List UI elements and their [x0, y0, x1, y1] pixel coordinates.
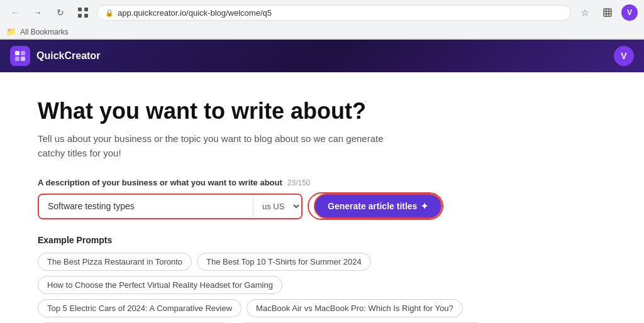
logo-area: QuickCreator: [10, 46, 100, 66]
svg-rect-4: [604, 9, 611, 16]
user-avatar[interactable]: V: [621, 4, 638, 21]
page-title: What you want to write about?: [38, 97, 606, 124]
generate-button[interactable]: Generate article titles ✦: [314, 194, 442, 219]
url-text: app.quickcreator.io/quick-blog/welcome/q…: [118, 8, 563, 18]
prompt-chip[interactable]: How to Choose the Perfect Virtual Realit…: [38, 276, 282, 294]
apps-icon[interactable]: [74, 4, 92, 21]
reload-button[interactable]: ↻: [52, 4, 69, 21]
app-header: QuickCreator V: [0, 40, 644, 72]
svg-rect-3: [84, 14, 88, 18]
input-generate-row: us US Generate article titles ✦: [38, 192, 606, 220]
svg-rect-8: [21, 57, 25, 61]
svg-rect-6: [21, 51, 25, 55]
lock-icon: 🔒: [105, 9, 114, 17]
logo-icon: [10, 46, 30, 66]
address-bar[interactable]: 🔒 app.quickcreator.io/quick-blog/welcome…: [97, 5, 571, 21]
bookmark-star-button[interactable]: ☆: [576, 4, 594, 21]
bookmarks-folder-icon: 📁: [6, 27, 16, 36]
prompt-chip[interactable]: Top 5 Electric Cars of 2024: A Comparati…: [38, 299, 242, 317]
prompts-grid: The Best Pizza Restaurant in TorontoThe …: [38, 253, 491, 323]
generate-button-label: Generate article titles: [328, 201, 417, 211]
svg-rect-7: [15, 57, 19, 61]
topic-input[interactable]: [39, 195, 253, 218]
header-user-avatar[interactable]: V: [614, 46, 634, 66]
svg-rect-1: [84, 8, 88, 11]
forward-button[interactable]: →: [29, 4, 47, 21]
locale-select[interactable]: us US: [253, 195, 301, 218]
extension-button[interactable]: [599, 4, 616, 21]
input-border-wrap: us US: [38, 194, 303, 219]
bookmarks-bar: 📁 All Bookmarks: [0, 25, 644, 39]
sparkle-icon: ✦: [421, 201, 428, 211]
field-label-text: A description of your business or what y…: [38, 178, 282, 187]
prompt-chip[interactable]: The Best Top 10 T-Shirts for Summer 2024: [197, 253, 371, 271]
char-count: 23/150: [287, 178, 311, 187]
logo-text: QuickCreator: [36, 50, 100, 62]
page-subtitle: Tell us about your business or the topic…: [38, 132, 390, 160]
svg-rect-2: [78, 14, 82, 18]
browser-toolbar: ← → ↻ 🔒 app.quickcreator.io/quick-blog/w…: [0, 0, 644, 25]
svg-rect-5: [15, 51, 19, 55]
back-button[interactable]: ←: [6, 4, 24, 21]
prompt-chip[interactable]: The Best Pizza Restaurant in Toronto: [38, 253, 192, 271]
example-heading: Example Prompts: [38, 235, 606, 245]
prompt-chip[interactable]: MacBook Air vs MacBook Pro: Which Is Rig…: [247, 299, 463, 317]
bookmarks-label: All Bookmarks: [20, 28, 69, 36]
svg-rect-0: [78, 8, 82, 11]
generate-button-wrap: Generate article titles ✦: [308, 192, 443, 220]
browser-chrome: ← → ↻ 🔒 app.quickcreator.io/quick-blog/w…: [0, 0, 644, 40]
field-label: A description of your business or what y…: [38, 178, 606, 187]
main-content: What you want to write about? Tell us ab…: [0, 72, 644, 323]
